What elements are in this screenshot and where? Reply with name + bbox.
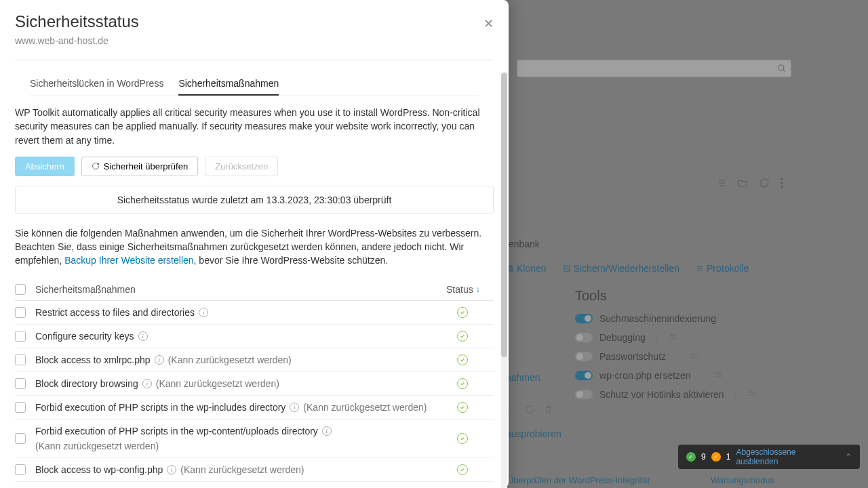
row-label: Block access to wp-config.php i (Kann zu… xyxy=(35,464,457,475)
row-checkbox[interactable] xyxy=(15,307,26,318)
info-icon[interactable]: i xyxy=(138,331,148,341)
status-ok-icon xyxy=(457,331,468,342)
tab-security-measures[interactable]: Sicherheitsmaßnahmen xyxy=(178,78,279,96)
check-security-button[interactable]: Sicherheit überprüfen xyxy=(81,157,198,176)
row-checkbox[interactable] xyxy=(15,433,26,444)
table-header: Sicherheitsmaßnahmen Status↓ xyxy=(15,279,494,301)
row-label: Forbid execution of PHP scripts in the w… xyxy=(35,402,457,413)
secure-button[interactable]: Absichern xyxy=(15,157,75,176)
chevron-up-icon[interactable]: ⌃ xyxy=(845,452,852,462)
table-row: Block directory browsing i (Kann zurückg… xyxy=(15,372,494,396)
status-ok-icon xyxy=(457,464,468,475)
status-toast[interactable]: ✓ 9 ✓ 1 Abgeschlossene ausblenden ⌃ xyxy=(678,445,860,469)
status-ok-icon xyxy=(457,354,468,365)
info-icon[interactable]: i xyxy=(290,403,299,412)
toast-text[interactable]: Abgeschlossene ausblenden xyxy=(736,447,840,466)
tab-vulnerabilities[interactable]: Sicherheitslücken in WordPress xyxy=(30,78,163,96)
close-icon[interactable]: ✕ xyxy=(484,16,494,31)
modal-header: Sicherheitsstatus www.web-and-host.de ✕ xyxy=(0,0,509,54)
status-ok-icon xyxy=(457,378,468,389)
reset-button: Zurücksetzen xyxy=(205,157,278,176)
description-2: Sie können die folgenden Maßnahmen anwen… xyxy=(15,226,494,268)
table-row: Block access to xmlrpc.php i (Kann zurüc… xyxy=(15,348,494,372)
status-box: Sicherheitsstatus wurde zuletzt am 13.3.… xyxy=(15,186,494,214)
scrollbar-thumb[interactable] xyxy=(501,73,507,357)
sort-arrow-icon: ↓ xyxy=(476,285,480,294)
modal-title: Sicherheitsstatus xyxy=(15,12,494,31)
table-row: Restrict access to files and directories… xyxy=(15,301,494,325)
select-all-checkbox[interactable] xyxy=(15,284,26,295)
revert-badge: (Kann zurückgesetzt werden) xyxy=(156,378,279,389)
row-checkbox[interactable] xyxy=(15,331,26,342)
row-label: Forbid execution of PHP scripts in the w… xyxy=(35,426,457,451)
button-row: Absichern Sicherheit überprüfen Zurückse… xyxy=(15,157,494,176)
row-checkbox[interactable] xyxy=(15,378,26,389)
table-row: Configure security keys i xyxy=(15,325,494,348)
modal-subtitle: www.web-and-host.de xyxy=(15,35,494,46)
row-checkbox[interactable] xyxy=(15,464,26,475)
column-header-status[interactable]: Status↓ xyxy=(446,284,494,295)
status-ok-icon xyxy=(457,402,468,413)
tabs: Sicherheitslücken in WordPress Sicherhei… xyxy=(30,70,479,96)
row-label: Configure security keys i xyxy=(35,331,457,342)
status-ok-icon xyxy=(457,433,468,444)
warning-badge-icon: ✓ xyxy=(711,452,721,462)
status-ok-icon xyxy=(457,307,468,318)
table-row: Disable scripts concatenation for WordPr… xyxy=(15,482,494,488)
description-text: WP Toolkit automatically applies all cri… xyxy=(15,106,494,147)
warning-count: 1 xyxy=(726,452,731,462)
info-icon[interactable]: i xyxy=(155,355,164,365)
revert-badge: (Kann zurückgesetzt werden) xyxy=(303,402,427,413)
info-icon[interactable]: i xyxy=(142,379,152,388)
table-row: Block access to wp-config.php i (Kann zu… xyxy=(15,458,494,482)
column-header-name[interactable]: Sicherheitsmaßnahmen xyxy=(35,284,446,295)
refresh-icon xyxy=(92,162,100,170)
success-count: 9 xyxy=(701,452,706,462)
backup-link[interactable]: Backup Ihrer Website erstellen xyxy=(64,255,193,266)
info-icon[interactable]: i xyxy=(167,465,176,474)
row-checkbox[interactable] xyxy=(15,402,26,413)
security-status-modal: Sicherheitsstatus www.web-and-host.de ✕ … xyxy=(0,0,509,488)
row-label: Block directory browsing i (Kann zurückg… xyxy=(35,378,457,389)
row-label: Block access to xmlrpc.php i (Kann zurüc… xyxy=(35,354,457,365)
table-row: Forbid execution of PHP scripts in the w… xyxy=(15,420,494,458)
table-row: Forbid execution of PHP scripts in the w… xyxy=(15,396,494,420)
row-label: Restrict access to files and directories… xyxy=(35,307,457,318)
info-icon[interactable]: i xyxy=(199,308,208,317)
revert-badge: (Kann zurückgesetzt werden) xyxy=(168,354,292,365)
modal-body: Sicherheitslücken in WordPress Sicherhei… xyxy=(0,60,509,488)
success-badge-icon: ✓ xyxy=(686,452,696,462)
info-icon[interactable]: i xyxy=(322,426,332,436)
revert-badge: (Kann zurückgesetzt werden) xyxy=(180,464,304,475)
revert-badge: (Kann zurückgesetzt werden) xyxy=(35,441,159,451)
row-checkbox[interactable] xyxy=(15,354,26,365)
